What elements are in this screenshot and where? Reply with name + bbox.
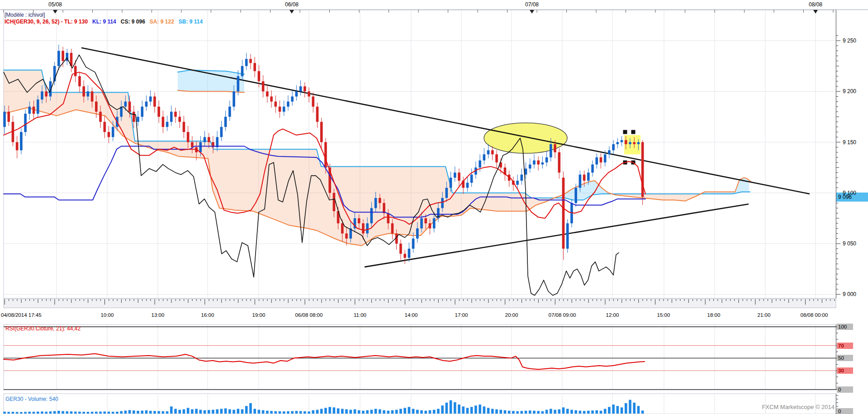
time-label: 13:00	[152, 312, 165, 318]
legend-segment: SA: 9 122	[150, 19, 174, 25]
top-date-label: 06/08	[285, 1, 299, 8]
top-date-label: 07/08	[525, 1, 539, 8]
chart-window: [Modèle : ichivol] ICH(GER30, 9, 26, 52)…	[0, 0, 868, 414]
legend-segment: CS: 9 096	[121, 19, 145, 25]
price-label: 9 000	[843, 291, 856, 297]
legend-segment: SB: 9 114	[179, 19, 203, 25]
legend-segment: ICH(GER30, 9, 26, 52) - TL: 9 130	[5, 19, 88, 25]
rsi-level-chip: 30	[837, 367, 853, 374]
time-label: 18:00	[707, 312, 721, 318]
price-label: 9 200	[843, 88, 856, 94]
chart-canvas[interactable]	[0, 0, 868, 414]
time-label: 12:00	[606, 312, 619, 318]
legend-segment: KL: 9 114	[92, 19, 116, 25]
time-label: 16:00	[201, 312, 214, 318]
time-label: 04/08/2014 17:45	[1, 312, 42, 318]
price-label: 9 100	[843, 190, 856, 196]
price-label: 9 150	[843, 139, 856, 146]
time-label: 21:00	[758, 312, 771, 318]
time-label: 08/08 00:00	[801, 312, 828, 318]
top-date-label: 08/08	[809, 1, 822, 8]
time-label: 15:00	[657, 312, 670, 318]
time-label: 11:00	[354, 312, 366, 318]
volume-zero-chip: 0	[837, 408, 853, 414]
top-date-label: 05/08	[48, 1, 62, 8]
rsi-level-chip: 50	[837, 355, 853, 361]
time-label: 10:00	[101, 312, 114, 318]
price-label: 9 050	[843, 240, 856, 247]
watermark: FXCM Marketscope © 2014	[762, 404, 835, 410]
time-label: 07/08 09:00	[549, 312, 576, 318]
rsi-level-chip: 70	[837, 343, 853, 349]
rsi-indicator-label: RSI(GER30.Cloture, 21): 44,42	[5, 325, 81, 332]
ichimoku-legend: ICH(GER30, 9, 26, 52) - TL: 9 130KL: 9 1…	[5, 19, 207, 25]
time-label: 20:00	[505, 312, 518, 318]
volume-indicator-label: GER30 - Volume: 540	[5, 396, 58, 402]
time-label: 06/08 08:00	[295, 312, 323, 318]
price-label: 9 250	[843, 38, 856, 44]
time-label: 19:00	[252, 312, 266, 318]
rsi-level-chip: 0	[837, 386, 853, 393]
time-label: 17:00	[455, 312, 468, 318]
chart-model-label: [Modèle : ichivol]	[5, 12, 45, 18]
time-label: 14:00	[405, 312, 418, 318]
rsi-level-chip: 100	[837, 324, 853, 330]
